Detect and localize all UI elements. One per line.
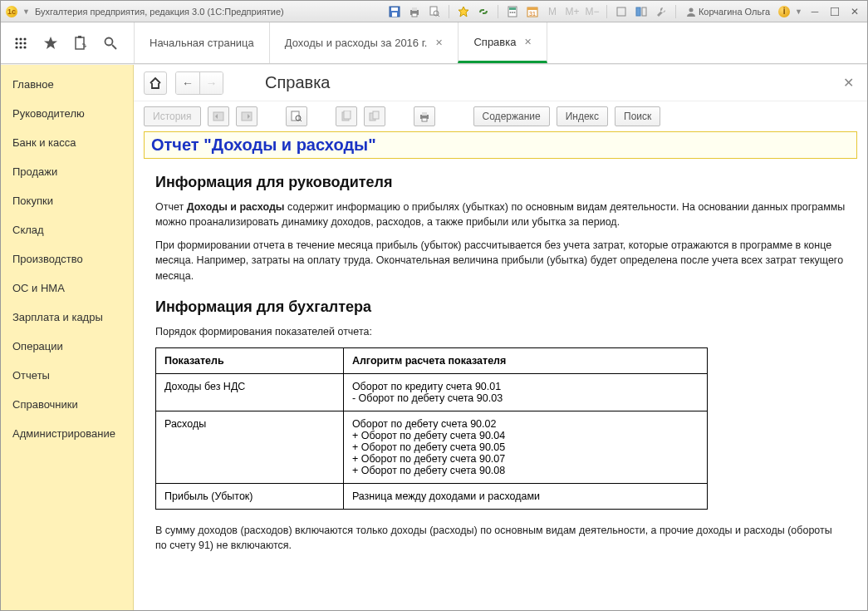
link-icon[interactable]	[476, 4, 491, 19]
m-bookmark-icon[interactable]: M	[545, 4, 560, 19]
copy-multi-icon	[364, 106, 385, 126]
report-title: Отчет "Доходы и расходы"	[151, 136, 376, 154]
favorites-star-icon[interactable]	[42, 35, 59, 52]
tab-close-icon[interactable]: ✕	[524, 37, 532, 47]
find-in-page-icon[interactable]	[286, 106, 307, 126]
contents-button[interactable]: Содержание	[473, 106, 550, 126]
paragraph: Отчет Доходы и расходы содержит информац…	[155, 200, 846, 229]
svg-rect-4	[412, 7, 417, 11]
print-help-icon[interactable]	[414, 106, 435, 126]
sidebar-item-reports[interactable]: Отчеты	[1, 361, 133, 390]
app-logo-icon: 1c	[6, 6, 17, 17]
sidebar-item-salary-hr[interactable]: Зарплата и кадры	[1, 303, 133, 332]
settings-wrench-icon[interactable]	[654, 4, 669, 19]
tab-income-expense-2016[interactable]: Доходы и расходы за 2016 г. ✕	[269, 22, 459, 63]
tab-bar: Начальная страница Доходы и расходы за 2…	[134, 22, 867, 63]
sidebar-item-warehouse[interactable]: Склад	[1, 215, 133, 244]
window-single-icon[interactable]	[614, 4, 629, 19]
nav-prev-icon	[208, 106, 229, 126]
svg-rect-33	[76, 37, 84, 49]
minimize-window-icon[interactable]: ─	[807, 4, 822, 19]
sidebar-item-fixed-assets[interactable]: ОС и НМА	[1, 273, 133, 303]
current-user[interactable]: Корчагина Ольга	[686, 7, 770, 17]
forward-button: →	[199, 72, 223, 94]
sidebar-item-sales[interactable]: Продажи	[1, 157, 133, 186]
sidebar-item-bank-cash[interactable]: Банк и касса	[1, 128, 133, 157]
nav-back-forward: ← →	[175, 71, 223, 95]
svg-rect-16	[527, 7, 537, 10]
svg-line-43	[300, 120, 302, 121]
svg-rect-50	[422, 118, 427, 121]
svg-rect-20	[642, 7, 646, 16]
tab-start-page[interactable]: Начальная страница	[134, 22, 269, 63]
info-icon[interactable]: i	[778, 6, 790, 17]
print-icon[interactable]	[407, 4, 422, 19]
svg-point-26	[15, 42, 17, 44]
search-icon[interactable]	[102, 35, 119, 52]
algorithm-table: Показатель Алгоритм расчета показателя Д…	[155, 347, 708, 510]
search-help-button[interactable]: Поиск	[615, 106, 660, 126]
svg-point-28	[23, 42, 26, 44]
separator	[449, 5, 449, 18]
table-header-row: Показатель Алгоритм расчета показателя	[156, 347, 708, 373]
svg-point-21	[689, 7, 693, 12]
save-icon[interactable]	[387, 4, 402, 19]
close-window-icon[interactable]: ✕	[847, 4, 862, 19]
history-clipboard-icon[interactable]	[72, 35, 89, 52]
content-close-icon[interactable]: ✕	[840, 71, 857, 94]
svg-point-31	[23, 46, 26, 48]
info-dropdown-icon[interactable]: ▼	[795, 7, 802, 16]
m-plus-icon[interactable]: M+	[565, 4, 580, 19]
history-button: История	[144, 106, 201, 126]
svg-point-35	[105, 37, 113, 45]
apps-grid-icon[interactable]	[12, 35, 29, 52]
sidebar-item-manager[interactable]: Руководителю	[1, 99, 133, 128]
svg-line-36	[112, 45, 116, 49]
svg-text:31: 31	[529, 11, 536, 17]
svg-rect-2	[392, 12, 397, 17]
sidebar-item-operations[interactable]: Операции	[1, 332, 133, 361]
tab-label: Начальная страница	[150, 37, 254, 49]
calculator-icon[interactable]	[505, 4, 520, 19]
svg-point-29	[15, 46, 17, 48]
current-user-name: Корчагина Ольга	[699, 7, 770, 17]
sidebar-item-production[interactable]: Производство	[1, 244, 133, 273]
app-menu-dropdown-icon[interactable]: ▼	[22, 7, 30, 16]
svg-rect-45	[344, 111, 351, 119]
window-split-icon[interactable]	[634, 4, 649, 19]
maximize-window-icon[interactable]	[827, 4, 842, 19]
svg-rect-37	[213, 112, 223, 121]
report-title-box: Отчет "Доходы и расходы"	[144, 131, 857, 159]
back-button[interactable]: ←	[176, 72, 199, 94]
m-minus-icon[interactable]: M−	[585, 4, 600, 19]
home-button[interactable]	[144, 71, 167, 95]
page-title: Справка	[265, 73, 831, 92]
favorite-star-icon[interactable]	[456, 4, 471, 19]
svg-rect-49	[422, 112, 427, 116]
svg-rect-19	[636, 7, 640, 16]
svg-marker-9	[459, 7, 468, 17]
sidebar-item-administration[interactable]: Администрирование	[1, 419, 133, 448]
sidebar-item-main[interactable]: Главное	[1, 70, 133, 99]
svg-rect-1	[391, 7, 398, 11]
table-header-algorithm: Алгоритм расчета показателя	[343, 347, 707, 373]
index-button[interactable]: Индекс	[557, 106, 608, 126]
preview-icon[interactable]	[427, 4, 442, 19]
svg-point-27	[19, 42, 22, 44]
sidebar-item-purchases[interactable]: Покупки	[1, 186, 133, 215]
help-content: Отчет "Доходы и расходы" Информация для …	[134, 131, 867, 610]
separator	[606, 5, 607, 18]
calendar-icon[interactable]: 31	[525, 4, 540, 19]
table-header-indicator: Показатель	[156, 347, 344, 373]
svg-rect-11	[509, 7, 516, 10]
separator	[498, 5, 498, 18]
tab-label: Доходы и расходы за 2016 г.	[285, 37, 428, 49]
paragraph: При формировании отчета в течение месяца…	[155, 238, 846, 283]
tab-help[interactable]: Справка ✕	[458, 22, 547, 63]
sidebar-item-catalogs[interactable]: Справочники	[1, 390, 133, 419]
tab-close-icon[interactable]: ✕	[435, 37, 443, 48]
svg-rect-18	[617, 7, 625, 16]
content-header: ← → Справка ✕	[134, 65, 867, 101]
svg-point-12	[509, 12, 511, 13]
table-row: Расходы Оборот по дебету счета 90.02 + О…	[156, 411, 708, 483]
